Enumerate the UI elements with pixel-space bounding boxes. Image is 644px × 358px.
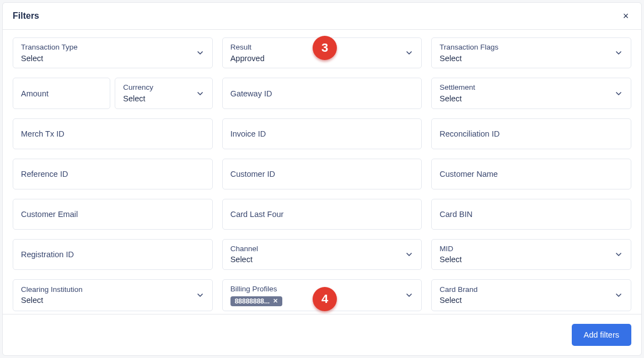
- field-label: Card Brand: [439, 285, 614, 295]
- field-value: Approved: [230, 53, 405, 64]
- settlement-select[interactable]: Settlement Select: [431, 78, 631, 109]
- add-filters-button[interactable]: Add filters: [572, 324, 631, 346]
- panel-title: Filters: [13, 11, 39, 21]
- chip-remove-icon[interactable]: ✕: [273, 297, 278, 305]
- field-label: MID: [439, 244, 614, 254]
- field-value: Select: [123, 94, 195, 104]
- field-label: Clearing Institution: [21, 285, 196, 295]
- chevron-down-icon: [614, 48, 623, 57]
- field-label: Channel: [230, 244, 405, 254]
- field-value: Select: [230, 254, 405, 265]
- field-label: Invoice ID: [230, 129, 266, 138]
- field-value: Select: [439, 295, 614, 306]
- field-label: Registration ID: [21, 250, 74, 259]
- chevron-down-icon: [614, 291, 623, 300]
- chevron-down-icon: [196, 291, 205, 300]
- field-label: Reconciliation ID: [439, 129, 500, 138]
- selected-chip[interactable]: 88888888... ✕: [230, 296, 282, 306]
- chevron-down-icon: [196, 89, 205, 98]
- reconciliation-id-input[interactable]: Reconciliation ID: [431, 118, 631, 149]
- reference-id-input[interactable]: Reference ID: [13, 159, 213, 189]
- field-value: Select: [439, 254, 614, 265]
- field-label: Currency: [123, 83, 195, 93]
- field-label: Card BIN: [439, 210, 473, 219]
- result-select[interactable]: Result Approved: [222, 37, 422, 68]
- chevron-down-icon: [196, 48, 205, 57]
- clearing-institution-select[interactable]: Clearing Institution Select: [13, 279, 213, 311]
- field-value: Select: [21, 295, 196, 306]
- field-label: Gateway ID: [230, 89, 272, 98]
- filters-panel: Filters × Transaction Type Select Result…: [2, 2, 642, 356]
- customer-name-input[interactable]: Customer Name: [431, 159, 631, 189]
- chevron-down-icon: [405, 291, 414, 300]
- channel-select[interactable]: Channel Select: [222, 239, 422, 270]
- currency-select[interactable]: Currency Select: [115, 78, 212, 109]
- panel-body: Transaction Type Select Result Approved: [3, 30, 641, 314]
- field-label: Customer ID: [230, 170, 275, 178]
- billing-profiles-select[interactable]: Billing Profiles 88888888... ✕: [222, 279, 422, 311]
- field-label: Result: [230, 42, 405, 52]
- chevron-down-icon: [614, 89, 623, 98]
- field-label: Merch Tx ID: [21, 129, 65, 138]
- field-value: Select: [439, 53, 614, 64]
- fields-grid: Transaction Type Select Result Approved: [13, 37, 631, 311]
- invoice-id-input[interactable]: Invoice ID: [222, 118, 422, 149]
- amount-input[interactable]: Amount: [13, 78, 110, 109]
- mid-select[interactable]: MID Select: [431, 239, 631, 270]
- gateway-id-input[interactable]: Gateway ID: [222, 78, 422, 109]
- field-label: Customer Name: [439, 170, 498, 178]
- panel-header: Filters ×: [3, 3, 641, 30]
- customer-id-input[interactable]: Customer ID: [222, 159, 422, 189]
- card-last-four-input[interactable]: Card Last Four: [222, 199, 422, 230]
- panel-footer: Add filters: [3, 314, 641, 355]
- registration-id-input[interactable]: Registration ID: [13, 239, 213, 270]
- close-icon: ×: [623, 11, 629, 21]
- field-value: Select: [439, 94, 614, 104]
- chevron-down-icon: [614, 250, 623, 259]
- card-brand-select[interactable]: Card Brand Select: [431, 279, 631, 311]
- chevron-down-icon: [405, 250, 414, 259]
- merch-tx-id-input[interactable]: Merch Tx ID: [13, 118, 213, 149]
- chevron-down-icon: [405, 48, 414, 57]
- field-label: Billing Profiles: [230, 284, 405, 294]
- card-bin-input[interactable]: Card BIN: [431, 199, 631, 230]
- field-label: Transaction Flags: [439, 42, 614, 52]
- field-label: Reference ID: [21, 170, 68, 178]
- close-button[interactable]: ×: [620, 10, 631, 21]
- chip-text: 88888888...: [235, 297, 270, 305]
- field-label: Settlement: [439, 83, 614, 93]
- field-value: Select: [21, 53, 196, 64]
- transaction-type-select[interactable]: Transaction Type Select: [13, 37, 213, 68]
- field-label: Customer Email: [21, 210, 78, 219]
- field-label: Card Last Four: [230, 210, 284, 219]
- customer-email-input[interactable]: Customer Email: [13, 199, 213, 230]
- transaction-flags-select[interactable]: Transaction Flags Select: [431, 37, 631, 68]
- field-label: Amount: [21, 89, 49, 98]
- field-label: Transaction Type: [21, 42, 196, 52]
